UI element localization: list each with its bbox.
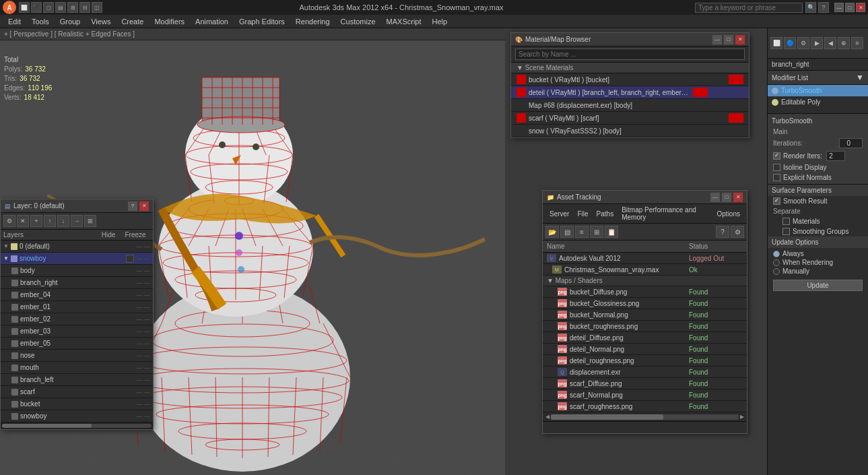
tb-icon-3[interactable]: ◻ xyxy=(43,2,54,13)
maximize-button[interactable]: □ xyxy=(845,3,855,12)
iterations-input[interactable] xyxy=(839,138,863,148)
layer-scrollbar[interactable] xyxy=(1,422,153,429)
rp-icon-2[interactable]: 🔵 xyxy=(784,37,796,49)
at-icon-details[interactable]: 📋 xyxy=(605,226,618,238)
menu-tools[interactable]: Tools xyxy=(26,16,55,27)
layer-item-body[interactable]: body — — xyxy=(1,265,153,277)
layer-item-ember03[interactable]: ember_03 — — xyxy=(1,325,153,338)
mat-item-scarf[interactable]: scarf ( VRayMtl ) [scarf] xyxy=(511,112,749,125)
at-item-deteil-normal[interactable]: png deteil_Normal.png Found xyxy=(543,344,747,355)
radio-when-rendering[interactable]: When Rendering xyxy=(773,258,863,267)
menu-help[interactable]: Help xyxy=(427,16,453,27)
at-item-scarf-rough[interactable]: png scarf_roughness.png Found xyxy=(543,401,747,412)
mat-item-snow[interactable]: snow ( VRayFastSSS2 ) [body] xyxy=(511,125,749,137)
layer-toggle-snowboy[interactable] xyxy=(126,255,134,263)
rp-icon-6[interactable]: ⊕ xyxy=(838,37,850,49)
rp-icon-1[interactable]: ⬜ xyxy=(770,37,782,49)
smooth-result-checkbox[interactable] xyxy=(773,197,780,205)
mat-item-bucket[interactable]: bucket ( VRayMtl ) [bucket] xyxy=(511,73,749,86)
mat-browser-close[interactable]: ✕ xyxy=(735,35,745,44)
tb-icon-5[interactable]: ⊞ xyxy=(67,2,78,13)
layer-item-default[interactable]: ▼ 0 (default) — — xyxy=(1,241,153,253)
lt-icon-settings[interactable]: ⚙ xyxy=(3,215,15,227)
materials-checkbox[interactable] xyxy=(782,218,790,225)
at-item-vault[interactable]: V Autodesk Vault 2012 Logged Out xyxy=(543,253,747,264)
menu-create[interactable]: Create xyxy=(116,16,149,27)
at-item-bucket-gloss[interactable]: png bucket_Glossiness.png Found xyxy=(543,298,747,309)
modifier-turbosmooth[interactable]: TurboSmooth xyxy=(768,85,868,96)
menu-group[interactable]: Group xyxy=(55,16,86,27)
at-item-deteil-diffuse[interactable]: png deteil_Diffuse.png Found xyxy=(543,332,747,344)
mat-item-deteil[interactable]: deteil ( VRayMtl ) [branch_left, branch_… xyxy=(511,86,749,99)
menu-edit[interactable]: Edit xyxy=(3,16,26,27)
tb-icon-6[interactable]: ⊟ xyxy=(79,2,90,13)
mat-search-input[interactable] xyxy=(515,49,745,60)
at-menu-bitmap[interactable]: Bitmap Performance and Memory xyxy=(617,205,712,222)
menu-rendering[interactable]: Rendering xyxy=(290,16,335,27)
render-iters-checkbox[interactable] xyxy=(773,152,780,160)
lt-icon-move-down[interactable]: ↓ xyxy=(57,215,69,227)
at-item-max-file[interactable]: M Christmas_Snowman_vray.max Ok xyxy=(543,264,747,276)
at-item-scarf-diffuse[interactable]: png scarf_Diffuse.png Found xyxy=(543,378,747,389)
at-minimize[interactable]: — xyxy=(710,193,720,202)
layer-item-scarf[interactable]: scarf — — xyxy=(1,386,153,398)
at-icon-path[interactable]: 📂 xyxy=(545,226,559,238)
layer-item-mouth[interactable]: mouth — — xyxy=(1,362,153,374)
at-menu-paths[interactable]: Paths xyxy=(593,210,618,218)
at-item-bucket-diffuse[interactable]: png bucket_Diffuse.png Found xyxy=(543,286,747,298)
render-iters-input[interactable] xyxy=(826,151,845,161)
rp-icon-7[interactable]: ≡ xyxy=(851,37,863,49)
at-hscroll[interactable]: ◀ ▶ xyxy=(543,412,747,421)
close-button[interactable]: ✕ xyxy=(856,3,865,12)
tb-icon-2[interactable]: ⬛ xyxy=(31,2,42,13)
search-icon[interactable]: 🔍 xyxy=(805,2,816,13)
at-icon-settings[interactable]: ⚙ xyxy=(731,226,744,238)
rp-icon-5[interactable]: ◀ xyxy=(824,37,836,49)
at-icon-list[interactable]: ≡ xyxy=(575,226,589,238)
at-icon-grid[interactable]: ⊞ xyxy=(590,226,603,238)
layer-help[interactable]: ? xyxy=(128,201,137,211)
lt-icon-expand[interactable]: ⊞ xyxy=(84,215,96,227)
at-icon-strip[interactable]: ▤ xyxy=(560,226,574,238)
mat-item-map68[interactable]: Map #68 (displacement.exr) [body] xyxy=(511,99,749,112)
at-item-bucket-rough[interactable]: png bucket_roughness.png Found xyxy=(543,321,747,332)
menu-modifiers[interactable]: Modifiers xyxy=(149,16,190,27)
help-icon[interactable]: ? xyxy=(818,2,829,13)
layer-item-ember04[interactable]: ember_04 — — xyxy=(1,289,153,301)
menu-maxscript[interactable]: MAXScript xyxy=(381,16,427,27)
lt-icon-select[interactable]: → xyxy=(71,215,83,227)
radio-always[interactable]: Always xyxy=(773,249,863,258)
modifier-list-dropdown[interactable]: ▼ xyxy=(856,73,864,82)
at-close[interactable]: ✕ xyxy=(733,193,743,202)
mat-browser-maximize[interactable]: □ xyxy=(724,35,733,44)
menu-views[interactable]: Views xyxy=(86,16,116,27)
at-item-bucket-normal[interactable]: png bucket_Normal.png Found xyxy=(543,309,747,321)
at-item-displacement[interactable]: Q displacement.exr Found xyxy=(543,367,747,378)
layer-item-ember05[interactable]: ember_05 — — xyxy=(1,338,153,350)
layer-item-nose[interactable]: nose — — xyxy=(1,350,153,362)
rp-icon-4[interactable]: ▶ xyxy=(811,37,823,49)
lt-icon-add[interactable]: + xyxy=(30,215,42,227)
layer-item-branch-right[interactable]: branch_right — — xyxy=(1,277,153,289)
at-item-scarf-normal[interactable]: png scarf_Normal.png Found xyxy=(543,389,747,401)
tb-icon-7[interactable]: ◫ xyxy=(92,2,102,13)
layer-item-snowboy-child[interactable]: snowboy — — xyxy=(1,410,153,422)
at-menu-file[interactable]: File xyxy=(573,210,592,218)
at-arrow-right[interactable]: ▶ xyxy=(739,414,745,420)
tb-icon-1[interactable]: ⬜ xyxy=(19,2,30,13)
search-input[interactable] xyxy=(695,3,803,13)
smoothing-groups-checkbox[interactable] xyxy=(782,228,790,235)
menu-animation[interactable]: Animation xyxy=(190,16,234,27)
at-arrow-left[interactable]: ◀ xyxy=(544,414,551,420)
at-menu-server[interactable]: Server xyxy=(545,210,573,218)
at-maximize[interactable]: □ xyxy=(722,193,731,202)
isoline-checkbox[interactable] xyxy=(773,164,780,171)
layer-item-ember02[interactable]: ember_02 — — xyxy=(1,313,153,325)
menu-customize[interactable]: Customize xyxy=(335,16,381,27)
menu-graph-editors[interactable]: Graph Editors xyxy=(234,16,290,27)
at-menu-options[interactable]: Options xyxy=(713,210,744,218)
layer-item-ember01[interactable]: ember_01 — — xyxy=(1,301,153,313)
tb-icon-4[interactable]: ▤ xyxy=(55,2,66,13)
layer-item-branch-left[interactable]: branch_left — — xyxy=(1,374,153,386)
lt-icon-move-up[interactable]: ↑ xyxy=(44,215,56,227)
